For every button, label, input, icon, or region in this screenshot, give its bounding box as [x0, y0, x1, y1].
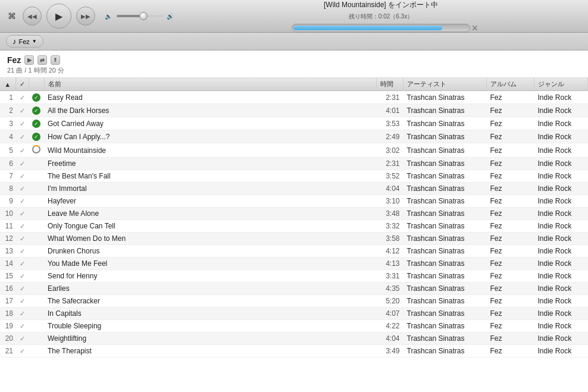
toolbar-controls: ⌘ ◀◀ ▶ ▶▶ 🔈 🔊: [6, 4, 174, 29]
track-checkbox[interactable]: ✓: [15, 308, 29, 320]
table-row[interactable]: 18✓In Capitals4:07Trashcan SinatrasFezIn…: [0, 308, 588, 320]
table-row[interactable]: 19✓Trouble Sleeping4:22Trashcan Sinatras…: [0, 320, 588, 333]
col-genre[interactable]: ジャンル: [534, 78, 588, 91]
progress-fill: [293, 26, 442, 30]
table-row[interactable]: 20✓Weightlifting4:04Trashcan SinatrasFez…: [0, 333, 588, 345]
table-row[interactable]: 11✓Only Tongue Can Tell3:32Trashcan Sina…: [0, 220, 588, 233]
track-time: 4:35: [377, 283, 404, 295]
table-row[interactable]: 3✓✓Got Carried Away3:53Trashcan Sinatras…: [0, 117, 588, 130]
volume-knob[interactable]: [139, 12, 148, 20]
track-checkbox[interactable]: ✓: [15, 345, 29, 357]
shuffle-button[interactable]: ⇄: [37, 55, 47, 65]
table-row[interactable]: 5✓Wild Mountainside3:02Trashcan Sinatras…: [0, 143, 588, 158]
table-row[interactable]: 13✓Drunken Chorus4:12Trashcan SinatrasFe…: [0, 245, 588, 258]
track-genre: Indie Rock: [534, 320, 588, 333]
track-genre: Indie Rock: [534, 104, 588, 117]
track-name: The Safecracker: [44, 295, 377, 308]
track-artist: Trashcan Sinatras: [404, 295, 487, 308]
track-checkbox[interactable]: ✓: [15, 270, 29, 283]
progress-close-button[interactable]: ✕: [470, 23, 480, 33]
forward-button[interactable]: ▶▶: [76, 7, 95, 26]
checkmark-header: ✓: [20, 80, 25, 87]
source-label: Fez: [19, 38, 30, 45]
track-number: 11: [0, 220, 15, 233]
track-name: Trouble Sleeping: [44, 320, 377, 333]
col-album[interactable]: アルバム: [487, 78, 534, 91]
volume-slider[interactable]: [117, 15, 164, 17]
track-checkbox[interactable]: ✓: [15, 104, 29, 117]
track-name: The Best Man's Fall: [44, 170, 377, 183]
track-checkbox[interactable]: ✓: [15, 158, 29, 170]
track-status: [29, 143, 44, 158]
track-checkbox[interactable]: ✓: [15, 333, 29, 345]
track-checkbox[interactable]: ✓: [15, 295, 29, 308]
track-checkbox[interactable]: ✓: [15, 91, 29, 104]
track-checkbox[interactable]: ✓: [15, 320, 29, 333]
track-checkbox[interactable]: ✓: [15, 220, 29, 233]
progress-track: [292, 24, 470, 32]
play-button[interactable]: ▶: [46, 4, 71, 29]
track-album: Fez: [487, 130, 534, 143]
table-row[interactable]: 6✓Freetime2:31Trashcan SinatrasFezIndie …: [0, 158, 588, 170]
track-time: 3:02: [377, 143, 404, 158]
track-genre: Indie Rock: [534, 117, 588, 130]
track-time: 4:04: [377, 333, 404, 345]
track-checkbox[interactable]: ✓: [15, 183, 29, 195]
track-genre: Indie Rock: [534, 130, 588, 143]
track-artist: Trashcan Sinatras: [404, 195, 487, 208]
track-checkbox[interactable]: ✓: [15, 143, 29, 158]
track-checkbox[interactable]: ✓: [15, 117, 29, 130]
track-name: Send for Henny: [44, 270, 377, 283]
table-row[interactable]: 2✓✓All the Dark Horses4:01Trashcan Sinat…: [0, 104, 588, 117]
track-checkbox[interactable]: ✓: [15, 195, 29, 208]
track-number: 9: [0, 195, 15, 208]
track-checkbox[interactable]: ✓: [15, 208, 29, 220]
col-num[interactable]: ▲: [0, 78, 15, 91]
source-badge[interactable]: ♪ Fez ▼: [6, 35, 43, 48]
track-checkbox[interactable]: ✓: [15, 170, 29, 183]
track-album: Fez: [487, 283, 534, 295]
track-checkbox[interactable]: ✓: [15, 130, 29, 143]
track-album: Fez: [487, 345, 534, 357]
track-time: 3:31: [377, 270, 404, 283]
col-time[interactable]: 時間: [377, 78, 404, 91]
table-row[interactable]: 8✓I'm Immortal4:04Trashcan SinatrasFezIn…: [0, 183, 588, 195]
table-row[interactable]: 16✓Earlies4:35Trashcan SinatrasFezIndie …: [0, 283, 588, 295]
table-row[interactable]: 10✓Leave Me Alone3:48Trashcan SinatrasFe…: [0, 208, 588, 220]
table-row[interactable]: 9✓Hayfever3:10Trashcan SinatrasFezIndie …: [0, 195, 588, 208]
share-button[interactable]: ⇑: [51, 55, 60, 65]
col-artist[interactable]: アーティスト: [404, 78, 487, 91]
track-name: How Can I Apply...?: [44, 130, 377, 143]
track-album: Fez: [487, 104, 534, 117]
import-subtitle: 残り時間：0:02（6.3x）: [349, 12, 413, 21]
table-row[interactable]: 1✓✓Easy Read2:31Trashcan SinatrasFezIndi…: [0, 91, 588, 104]
col-check[interactable]: ✓: [15, 78, 29, 91]
col-name[interactable]: 名前: [44, 78, 377, 91]
track-status: ✓: [29, 117, 44, 130]
source-dropdown-icon: ▼: [32, 39, 37, 44]
track-time: 3:49: [377, 345, 404, 357]
track-checkbox[interactable]: ✓: [15, 245, 29, 258]
track-number: 20: [0, 333, 15, 345]
table-row[interactable]: 21✓The Therapist3:49Trashcan SinatrasFez…: [0, 345, 588, 357]
rewind-button[interactable]: ◀◀: [23, 7, 42, 26]
track-genre: Indie Rock: [534, 170, 588, 183]
track-artist: Trashcan Sinatras: [404, 233, 487, 245]
table-row[interactable]: 7✓The Best Man's Fall3:52Trashcan Sinatr…: [0, 170, 588, 183]
track-status: [29, 245, 44, 258]
apple-menu-icon[interactable]: ⌘: [6, 10, 18, 22]
track-album: Fez: [487, 270, 534, 283]
table-row[interactable]: 14✓You Made Me Feel4:13Trashcan Sinatras…: [0, 258, 588, 270]
table-row[interactable]: 4✓✓How Can I Apply...?2:49Trashcan Sinat…: [0, 130, 588, 143]
track-artist: Trashcan Sinatras: [404, 258, 487, 270]
import-title: [Wild Mountainside] をインポート中: [324, 0, 438, 10]
track-checkbox[interactable]: ✓: [15, 258, 29, 270]
table-row[interactable]: 15✓Send for Henny3:31Trashcan SinatrasFe…: [0, 270, 588, 283]
play-album-button[interactable]: ▶: [24, 55, 34, 65]
track-number: 17: [0, 295, 15, 308]
track-number: 10: [0, 208, 15, 220]
table-row[interactable]: 17✓The Safecracker5:20Trashcan SinatrasF…: [0, 295, 588, 308]
table-row[interactable]: 12✓What Women Do to Men3:58Trashcan Sina…: [0, 233, 588, 245]
track-checkbox[interactable]: ✓: [15, 233, 29, 245]
track-checkbox[interactable]: ✓: [15, 283, 29, 295]
